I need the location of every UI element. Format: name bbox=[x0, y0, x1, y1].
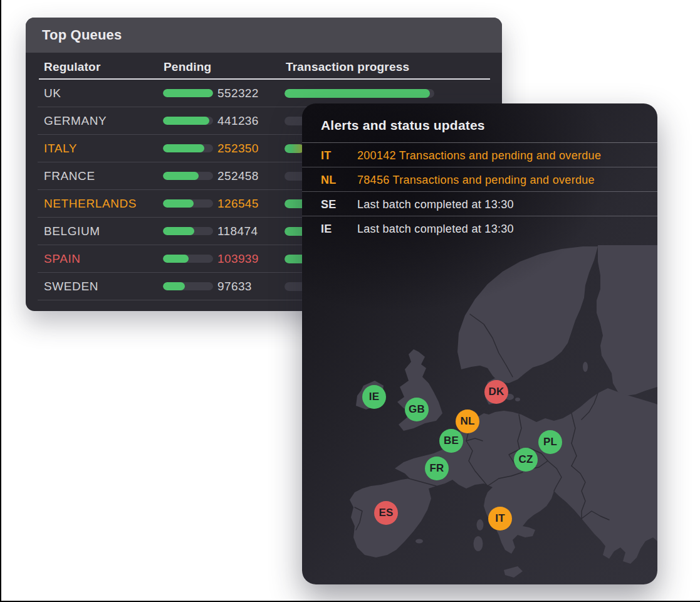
alert-row[interactable]: IT200142 Transactions and pending and ov… bbox=[302, 143, 657, 167]
regulator-name: FRANCE bbox=[44, 162, 95, 190]
pending-bar-fill bbox=[163, 89, 213, 97]
country-badge-be[interactable]: BE bbox=[439, 429, 463, 453]
alert-country-code: SE bbox=[321, 192, 337, 216]
alert-row[interactable]: IELast batch completed at 13:30 bbox=[302, 216, 657, 241]
pending-bar bbox=[163, 117, 213, 125]
pending-bar-fill bbox=[163, 144, 204, 152]
pending-bar bbox=[163, 89, 213, 97]
alert-message: 200142 Transactions and pending and over… bbox=[357, 143, 601, 167]
pending-bar-fill bbox=[163, 172, 199, 180]
map-corsica bbox=[477, 519, 484, 531]
pending-bar bbox=[163, 199, 213, 208]
pending-bar bbox=[163, 282, 213, 290]
country-badge-es[interactable]: ES bbox=[374, 501, 398, 525]
regulator-name: NETHERLANDS bbox=[44, 190, 137, 218]
column-header-pending: Pending bbox=[164, 53, 211, 79]
pending-bar-fill bbox=[163, 227, 194, 235]
regulator-name: BELGIUM bbox=[44, 218, 100, 245]
alert-row[interactable]: NL78456 Transactions and pending and ove… bbox=[302, 167, 657, 192]
pending-value: 126545 bbox=[217, 190, 259, 218]
map-finland bbox=[597, 245, 657, 396]
regulator-name: ITALY bbox=[44, 135, 77, 162]
map-sicily bbox=[504, 566, 523, 578]
pending-bar-fill bbox=[163, 255, 189, 263]
country-badge-it[interactable]: IT bbox=[488, 507, 512, 531]
pending-bar bbox=[163, 172, 213, 180]
column-header-regulator: Regulator bbox=[44, 53, 100, 79]
alert-row[interactable]: SELast batch completed at 13:30 bbox=[302, 192, 657, 216]
pending-value: 97633 bbox=[217, 273, 252, 300]
regulator-name: UK bbox=[44, 80, 61, 107]
map-mainland bbox=[350, 388, 657, 564]
pending-bar-fill bbox=[163, 199, 194, 208]
map-scandinavia bbox=[457, 246, 598, 383]
alert-country-code: NL bbox=[321, 167, 337, 192]
map-gotland bbox=[583, 362, 588, 372]
dashboard: Top Queues Regulator Pending Transaction… bbox=[0, 0, 700, 602]
alert-message: Last batch completed at 13:30 bbox=[357, 216, 514, 241]
pending-bar bbox=[163, 227, 213, 235]
regulator-name: SPAIN bbox=[44, 245, 81, 273]
top-queues-title: Top Queues bbox=[42, 18, 122, 53]
country-badge-dk[interactable]: DK bbox=[484, 380, 508, 404]
top-queues-header: Top Queues bbox=[26, 18, 502, 53]
pending-value: 552322 bbox=[217, 80, 259, 107]
alert-country-code: IT bbox=[321, 143, 332, 167]
top-queues-column-headers: Regulator Pending Transaction progress bbox=[26, 53, 502, 79]
map-balearics bbox=[415, 539, 423, 544]
pending-value: 441236 bbox=[217, 107, 259, 135]
pending-bar bbox=[163, 144, 213, 152]
transaction-progress-fill bbox=[285, 89, 430, 98]
alerts-title: Alerts and status updates bbox=[302, 103, 657, 143]
transaction-progress-fill bbox=[285, 144, 304, 153]
country-badge-pl[interactable]: PL bbox=[538, 430, 562, 454]
alert-message: Last batch completed at 13:30 bbox=[357, 192, 514, 216]
alert-message: 78456 Transactions and pending and overd… bbox=[357, 167, 595, 192]
pending-value: 118474 bbox=[217, 218, 258, 245]
transaction-progress-bar bbox=[285, 89, 434, 98]
country-badge-gb[interactable]: GB bbox=[405, 398, 429, 421]
country-badge-nl[interactable]: NL bbox=[456, 409, 479, 433]
map-sardinia bbox=[474, 536, 483, 551]
country-badge-ie[interactable]: IE bbox=[362, 385, 386, 409]
alert-country-code: IE bbox=[321, 216, 332, 241]
alerts-panel: Alerts and status updates IT200142 Trans… bbox=[302, 103, 657, 584]
pending-bar-fill bbox=[163, 282, 185, 290]
column-header-transaction-progress: Transaction progress bbox=[286, 53, 409, 79]
regulator-name: SWEDEN bbox=[44, 273, 98, 300]
pending-bar bbox=[163, 255, 213, 263]
regulator-name: GERMANY bbox=[44, 107, 107, 135]
alerts-list: IT200142 Transactions and pending and ov… bbox=[302, 143, 657, 241]
pending-value: 252458 bbox=[217, 162, 259, 190]
country-badge-cz[interactable]: CZ bbox=[514, 448, 538, 472]
pending-value: 103939 bbox=[217, 245, 259, 273]
country-badge-fr[interactable]: FR bbox=[425, 457, 449, 480]
pending-value: 252350 bbox=[217, 135, 259, 162]
pending-bar-fill bbox=[163, 117, 209, 125]
